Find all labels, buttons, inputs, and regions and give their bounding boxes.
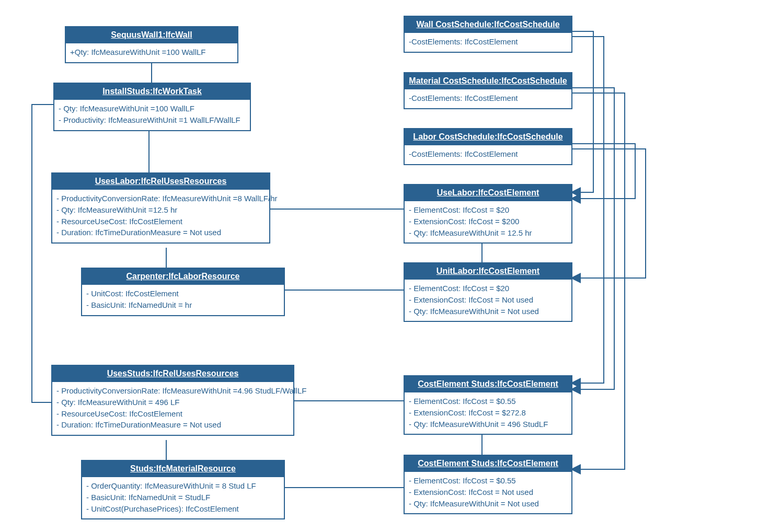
- attr: - ElementCost: IfcCost = $0.55: [409, 396, 567, 407]
- attr: - ElementCost: IfcCost = $20: [409, 204, 567, 216]
- box-carpenter: Carpenter:IfcLaborResource - UnitCost: I…: [81, 268, 285, 316]
- attr: - ResourceUseCost: IfcCostElement: [56, 216, 265, 227]
- attr: -CostElements: IfcCostElement: [409, 148, 567, 160]
- title-cost-element-studs: CostElement Studs:IfcCostElement: [405, 376, 571, 392]
- attr: - Qty: IfcMeasureWithUnit =100 WallLF: [59, 103, 246, 114]
- attr: - ExtensionCost: IfcCost = Not used: [409, 294, 567, 306]
- box-uses-studs: UsesStuds:IfcRelUsesResources - Producti…: [51, 365, 294, 436]
- box-cost-element-studs: CostElement Studs:IfcCostElement - Eleme…: [404, 375, 572, 435]
- attr: - Qty: IfcMeasureWithUnit = 496 LF: [56, 397, 289, 408]
- title-uses-studs: UsesStuds:IfcRelUsesResources: [52, 366, 293, 382]
- box-labor-cost-schedule: Labor CostSchedule:IfcCostSchedule -Cost…: [404, 128, 572, 165]
- title-labor-cost-schedule: Labor CostSchedule:IfcCostSchedule: [405, 129, 571, 145]
- attr: - ElementCost: IfcCost = $20: [409, 283, 567, 294]
- attr: - Qty: IfcMeasureWithUnit =12.5 hr: [56, 204, 265, 216]
- attr: - ExtensionCost: IfcCost = Not used: [409, 487, 567, 498]
- title-unit-labor-cost-element: UnitLabor:IfcCostElement: [405, 263, 571, 280]
- attr: - BasicUnit: IfcNamedUnit = StudLF: [86, 492, 280, 503]
- title-studs: Studs:IfcMaterialResource: [82, 461, 284, 477]
- box-uses-labor: UsesLabor:IfcRelUsesResources - Producti…: [51, 172, 270, 244]
- title-uses-labor: UsesLabor:IfcRelUsesResources: [52, 174, 269, 190]
- box-unit-labor-cost-element: UnitLabor:IfcCostElement - ElementCost: …: [404, 262, 572, 322]
- attr: - Qty: IfcMeasureWithUnit = Not used: [409, 498, 567, 510]
- attr: - Productivity: IfcMeasureWithUnit =1 Wa…: [59, 114, 246, 126]
- attr: - OrderQuantity: IfcMeasureWithUnit = 8 …: [86, 480, 280, 492]
- box-use-labor-cost-element: UseLabor:IfcCostElement - ElementCost: I…: [404, 184, 572, 244]
- attr: - UnitCost: IfcCostElement: [86, 288, 280, 299]
- title-carpenter: Carpenter:IfcLaborResource: [82, 269, 284, 285]
- title-material-cost-schedule: Material CostSchedule:IfcCostSchedule: [405, 73, 571, 89]
- box-wall-cost-schedule: Wall CostSchedule:IfcCostSchedule -CostE…: [404, 16, 572, 53]
- box-sequus-wall: SequusWall1:IfcWall +Qty: IfcMeasureWith…: [65, 26, 238, 63]
- attr: - Qty: IfcMeasureWithUnit = 496 StudLF: [409, 419, 567, 430]
- title-use-labor-cost-element: UseLabor:IfcCostElement: [405, 185, 571, 201]
- attr: - BasicUnit: IfcNamedUnit = hr: [86, 299, 280, 311]
- title-wall-cost-schedule: Wall CostSchedule:IfcCostSchedule: [405, 17, 571, 33]
- attr: - ExtensionCost: IfcCost = $272.8: [409, 407, 567, 419]
- title-cost-element-studs-2: CostElement Studs:IfcCostElement: [405, 456, 571, 472]
- connectors: [0, 0, 758, 532]
- attr: +Qty: IfcMeasureWithUnit =100 WallLF: [70, 47, 233, 58]
- attr: - Duration: IfcTimeDurationMeasure = Not…: [56, 227, 265, 238]
- attr: - ElementCost: IfcCost = $0.55: [409, 475, 567, 487]
- attr: - Duration: IfcTimeDurationMeasure = Not…: [56, 419, 289, 431]
- title-sequus-wall: SequusWall1:IfcWall: [66, 27, 237, 43]
- box-material-cost-schedule: Material CostSchedule:IfcCostSchedule -C…: [404, 72, 572, 109]
- attr: -CostElements: IfcCostElement: [409, 36, 567, 48]
- title-install-studs: InstallStuds:IfcWorkTask: [54, 84, 250, 100]
- attr: - ProductivityConversionRate: IfcMeasure…: [56, 385, 289, 397]
- attr: - Qty: IfcMeasureWithUnit = 12.5 hr: [409, 227, 567, 239]
- attr: -CostElements: IfcCostElement: [409, 92, 567, 104]
- attr: - ResourceUseCost: IfcCostElement: [56, 408, 289, 420]
- attr: - Qty: IfcMeasureWithUnit = Not used: [409, 306, 567, 317]
- attr: - ExtensionCost: IfcCost = $200: [409, 216, 567, 227]
- attr: - ProductivityConversionRate: IfcMeasure…: [56, 193, 265, 204]
- attr: - UnitCost(PurchasePrices): IfcCostEleme…: [86, 503, 280, 515]
- box-install-studs: InstallStuds:IfcWorkTask - Qty: IfcMeasu…: [53, 83, 251, 131]
- box-studs: Studs:IfcMaterialResource - OrderQuantit…: [81, 460, 285, 519]
- box-cost-element-studs-2: CostElement Studs:IfcCostElement - Eleme…: [404, 455, 572, 514]
